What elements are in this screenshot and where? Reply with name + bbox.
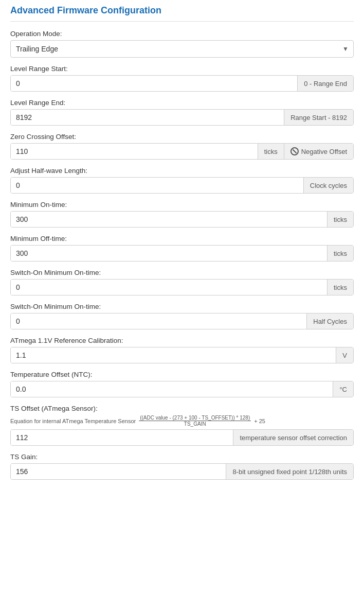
ts-gain-addon: 8-bit unsigned fixed point 1/128th units (226, 464, 353, 479)
switch-on-min-on2-row: Half Cycles (10, 313, 354, 329)
ts-offset-group: TS Offset (ATmega Sensor): Equation for … (10, 405, 354, 446)
ts-offset-addon: temperature sensor offset correction (233, 430, 353, 445)
switch-on-min-on2-input[interactable] (11, 313, 306, 329)
temperature-offset-input[interactable] (11, 381, 333, 397)
page-container: Advanced Firmware Configuration Operatio… (0, 0, 364, 497)
minimum-off-time-label: Minimum Off-time: (10, 235, 354, 242)
level-range-end-label: Level Range End: (10, 99, 354, 107)
atmega-calibration-group: ATmega 1.1V Reference Calibration: V (10, 337, 354, 363)
switch-on-min-on-row: ticks (10, 279, 354, 295)
equation-suffix: + 25 (254, 418, 265, 424)
zero-crossing-offset-label: Zero Crossing Offset: (10, 133, 354, 141)
temperature-offset-group: Temperature Offset (NTC): °C (10, 371, 354, 397)
atmega-calibration-input[interactable] (11, 347, 336, 363)
minimum-on-time-label: Minimum On-time: (10, 201, 354, 208)
no-entry-icon (290, 147, 299, 155)
level-range-start-addon: 0 - Range End (297, 76, 353, 91)
minimum-off-time-input[interactable] (11, 246, 327, 261)
level-range-end-input[interactable] (11, 110, 284, 125)
temperature-offset-addon: °C (333, 381, 353, 397)
temperature-offset-row: °C (10, 381, 354, 397)
operation-mode-label: Operation Mode: (10, 30, 354, 38)
page-title: Advanced Firmware Configuration (10, 5, 354, 22)
switch-on-min-on2-label: Switch-On Minimum On-time: (10, 303, 354, 310)
zero-crossing-offset-group: Zero Crossing Offset: ticks Negative Off… (10, 133, 354, 160)
ts-offset-equation: Equation for internal ATmega Temperature… (10, 415, 354, 427)
minimum-off-time-row: ticks (10, 245, 354, 262)
adjust-halfwave-group: Adjust Half-wave Length: Clock cycles (10, 167, 354, 194)
ts-gain-row: 8-bit unsigned fixed point 1/128th units (10, 463, 354, 480)
zero-crossing-offset-row: ticks Negative Offset (10, 143, 354, 160)
atmega-calibration-addon: V (336, 347, 353, 363)
level-range-start-group: Level Range Start: 0 - Range End (10, 65, 354, 92)
adjust-halfwave-row: Clock cycles (10, 177, 354, 194)
ts-gain-group: TS Gain: 8-bit unsigned fixed point 1/12… (10, 453, 354, 480)
level-range-end-group: Level Range End: Range Start - 8192 (10, 99, 354, 126)
switch-on-min-on-addon: ticks (327, 280, 353, 295)
minimum-off-time-addon: ticks (327, 246, 353, 261)
negative-offset-button[interactable]: Negative Offset (284, 144, 353, 159)
equation-numerator: ((ADC value - (273 + 100 - TS_OFFSET)) *… (139, 415, 251, 421)
minimum-off-time-group: Minimum Off-time: ticks (10, 235, 354, 262)
equation-denominator: TS_GAIN (183, 421, 207, 427)
operation-mode-select-wrapper: Trailing Edge Leading Edge PWM ▼ (10, 40, 354, 58)
level-range-end-row: Range Start - 8192 (10, 109, 354, 126)
switch-on-min-on2-addon: Half Cycles (306, 313, 353, 329)
negative-offset-label: Negative Offset (301, 148, 347, 155)
level-range-start-row: 0 - Range End (10, 75, 354, 92)
level-range-start-label: Level Range Start: (10, 65, 354, 73)
zero-crossing-offset-input[interactable] (11, 144, 258, 159)
temperature-offset-label: Temperature Offset (NTC): (10, 371, 354, 378)
ts-offset-row: temperature sensor offset correction (10, 429, 354, 446)
atmega-calibration-row: V (10, 347, 354, 363)
level-range-start-input[interactable] (11, 76, 297, 91)
ts-gain-label: TS Gain: (10, 453, 354, 461)
minimum-on-time-input[interactable] (11, 212, 327, 227)
minimum-on-time-group: Minimum On-time: ticks (10, 201, 354, 228)
operation-mode-group: Operation Mode: Trailing Edge Leading Ed… (10, 30, 354, 58)
adjust-halfwave-label: Adjust Half-wave Length: (10, 167, 354, 175)
minimum-on-time-addon: ticks (327, 212, 353, 227)
level-range-end-addon: Range Start - 8192 (284, 110, 353, 125)
equation-fraction: ((ADC value - (273 + 100 - TS_OFFSET)) *… (139, 415, 251, 427)
ts-offset-input[interactable] (11, 430, 233, 445)
adjust-halfwave-addon: Clock cycles (303, 178, 353, 193)
equation-prefix: Equation for internal ATmega Temperature… (10, 418, 136, 424)
adjust-halfwave-input[interactable] (11, 178, 303, 193)
operation-mode-select[interactable]: Trailing Edge Leading Edge PWM (10, 40, 354, 58)
switch-on-min-on-label: Switch-On Minimum On-time: (10, 269, 354, 276)
atmega-calibration-label: ATmega 1.1V Reference Calibration: (10, 337, 354, 344)
switch-on-min-on-group: Switch-On Minimum On-time: ticks (10, 269, 354, 295)
minimum-on-time-row: ticks (10, 211, 354, 228)
switch-on-min-on2-group: Switch-On Minimum On-time: Half Cycles (10, 303, 354, 329)
ts-offset-label: TS Offset (ATmega Sensor): (10, 405, 354, 412)
ts-gain-input[interactable] (11, 464, 226, 479)
switch-on-min-on-input[interactable] (11, 280, 327, 295)
zero-crossing-ticks-addon: ticks (258, 144, 284, 159)
